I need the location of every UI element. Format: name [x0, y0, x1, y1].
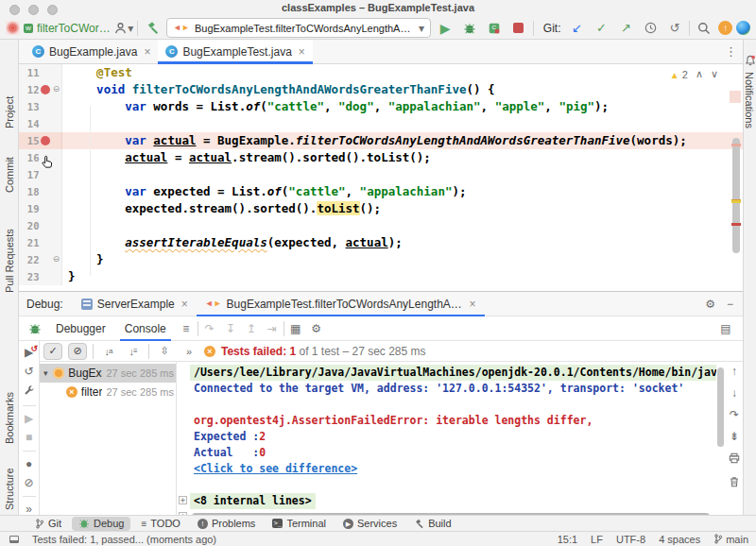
tool-window-switcher-icon[interactable]	[9, 536, 19, 543]
breakpoint-slot[interactable]	[40, 115, 52, 132]
fold-icon[interactable]: ⊖	[51, 81, 61, 98]
debug-settings-gear-icon[interactable]: ⚙	[705, 298, 715, 311]
code-line-15[interactable]: 15 var actual = BugExample.filterToCWord…	[19, 132, 743, 149]
gutter[interactable]: 13	[19, 98, 62, 115]
file-encoding[interactable]: UTF-8	[616, 534, 645, 545]
inspections-widget[interactable]: ▲ 2 ∧ ∨	[670, 68, 718, 80]
step-out-icon[interactable]: ↥	[242, 322, 261, 335]
line-ending[interactable]: LF	[591, 534, 603, 545]
breakpoint-icon[interactable]	[40, 132, 52, 149]
close-tab-icon[interactable]: ×	[144, 45, 150, 59]
run-with-coverage-button[interactable]: C	[484, 18, 505, 38]
toolwindow-button-terminal[interactable]: >_Terminal	[266, 517, 333, 531]
ide-update-icon[interactable]: ↑	[718, 21, 732, 35]
breakpoint-slot[interactable]	[40, 234, 52, 251]
prev-problem-icon[interactable]: ∧	[696, 68, 703, 80]
sidebar-item-notifications[interactable]: Notifications	[744, 72, 755, 128]
scrollbar-thumb[interactable]	[732, 138, 740, 253]
code-line-18[interactable]: 18 var expected = List.of("cattle", "app…	[19, 183, 743, 200]
code-line-19[interactable]: 19 expected.stream().sorted().toList();	[19, 200, 743, 217]
gutter[interactable]: 22⊖	[19, 251, 62, 268]
run-button[interactable]: ▶	[435, 18, 455, 38]
gutter[interactable]: 21	[19, 234, 62, 251]
toolwindow-button-problems[interactable]: !Problems	[191, 517, 262, 531]
toolwindow-button-services[interactable]: ▶Services	[336, 517, 404, 531]
code-line-22[interactable]: 22⊖ }	[19, 251, 743, 268]
close-tab-icon[interactable]: ×	[181, 298, 188, 311]
console-scrollbar-thumb[interactable]	[717, 367, 724, 447]
tab-bugexampletest[interactable]: C BugExampleTest.java ×	[158, 40, 312, 63]
sidebar-item-commit[interactable]: Commit	[4, 157, 15, 193]
ide-feature-icon[interactable]	[736, 21, 750, 35]
close-tab-icon[interactable]: ×	[470, 298, 476, 311]
debug-button[interactable]	[459, 18, 480, 38]
up-stacktrace-icon[interactable]: ↑	[731, 366, 737, 377]
sort-alphabetically-icon[interactable]: ↓a	[99, 343, 118, 360]
search-everywhere-button[interactable]	[694, 18, 714, 38]
mute-breakpoints-button[interactable]: ⊘	[24, 477, 33, 489]
indent-setting[interactable]: 4 spaces	[659, 534, 700, 545]
status-message[interactable]: Tests failed: 1, passed... (moments ago)	[32, 534, 216, 545]
run-configuration-select[interactable]: ◄► BugExampleTest.filterToCWordsAnyLengt…	[166, 18, 431, 38]
git-push-button[interactable]: ↗	[615, 18, 636, 38]
test-tree-node[interactable]: ×filterTc27 sec 285 ms	[40, 383, 176, 401]
debug-tab-bugexampletest[interactable]: ◄► BugExampleTest.filterToCWordsAnyLengt…	[197, 292, 485, 316]
show-passed-toggle[interactable]: ✓	[43, 343, 62, 360]
gutter[interactable]: 19	[19, 200, 62, 217]
run-to-cursor-icon[interactable]: ⇥	[263, 322, 282, 335]
show-ignored-toggle[interactable]: ⊘	[68, 343, 87, 360]
editor-scrollbar[interactable]	[731, 64, 741, 291]
more-toolbar-icon[interactable]: »	[180, 343, 198, 360]
profile-button[interactable]: ▾	[114, 22, 133, 35]
view-tab-debugger[interactable]: Debugger	[47, 316, 114, 340]
code-line-11[interactable]: 11 @Test	[19, 64, 743, 81]
console-menu-icon[interactable]: ≡	[177, 322, 196, 335]
gutter[interactable]: 20	[19, 217, 62, 234]
breakpoint-slot[interactable]	[40, 251, 52, 268]
tree-expand-icon[interactable]: ▾	[43, 368, 49, 378]
gutter[interactable]: 15	[19, 132, 62, 149]
code-line-21[interactable]: 21 assertIterableEquals(expected, actual…	[19, 234, 743, 251]
tab-options-kebab-icon[interactable]: ⋮	[725, 44, 743, 59]
rerun-failed-tests-button[interactable]: ↺	[24, 366, 33, 378]
gutter[interactable]: 12⊖	[19, 81, 62, 98]
gutter[interactable]: 11	[19, 64, 62, 81]
code-line-16[interactable]: 16 actual = actual.stream().sorted().toL…	[19, 149, 743, 166]
code-line-14[interactable]: 14	[19, 115, 743, 132]
sidebar-item-structure[interactable]: Structure	[4, 468, 15, 510]
code-line-12[interactable]: 12⊖ void filterToCWordsAnyLengthAndAWord…	[19, 81, 743, 98]
breakpoint-slot[interactable]	[40, 200, 52, 217]
project-selector[interactable]: filterToCWords	[37, 22, 111, 35]
close-tab-icon[interactable]: ×	[299, 45, 305, 59]
caret-position[interactable]: 15:1	[558, 534, 577, 545]
print-icon[interactable]	[729, 452, 740, 466]
console-line[interactable]: <Click to see difference>	[178, 461, 716, 477]
stop-process-button[interactable]: ■	[26, 432, 32, 444]
resume-program-button[interactable]: ▶	[25, 413, 33, 425]
layout-settings-icon[interactable]: ▤	[716, 322, 735, 335]
toolwindow-button-git[interactable]: Git	[28, 517, 68, 531]
next-problem-icon[interactable]: ∨	[711, 68, 718, 80]
test-tree-node[interactable]: ▾BugExam27 sec 285 ms	[40, 364, 176, 383]
toolwindow-button-debug[interactable]: Debug	[72, 517, 130, 531]
git-update-button[interactable]: ↙	[567, 18, 588, 38]
fold-icon[interactable]: ⊖	[51, 251, 61, 268]
sidebar-item-pull-requests[interactable]: Pull Requests	[4, 229, 15, 293]
breakpoint-slot[interactable]	[40, 268, 52, 285]
debug-tab-serverexample[interactable]: ServerExample ×	[73, 292, 197, 316]
test-settings-button[interactable]	[24, 384, 35, 399]
step-over-icon[interactable]: ↷	[200, 322, 219, 335]
code-line-23[interactable]: 23}	[19, 268, 743, 285]
rerun-button[interactable]: ▶↺	[25, 347, 33, 359]
view-options-icon[interactable]: ⚙	[307, 322, 326, 335]
fold-expand-icon[interactable]: +	[179, 496, 187, 504]
view-tab-console[interactable]: Console	[116, 316, 175, 340]
sidebar-item-bookmarks[interactable]: Bookmarks	[4, 392, 15, 444]
toolwindow-button-build[interactable]: Build	[407, 517, 457, 531]
code-line-20[interactable]: 20	[19, 217, 743, 234]
gutter[interactable]: 18	[19, 183, 62, 200]
tab-bugexample[interactable]: C BugExample.java ×	[25, 40, 158, 63]
breakpoint-icon[interactable]	[40, 81, 52, 98]
git-history-button[interactable]	[640, 18, 661, 38]
expand-collapse-icon[interactable]: ⇳	[155, 343, 174, 360]
